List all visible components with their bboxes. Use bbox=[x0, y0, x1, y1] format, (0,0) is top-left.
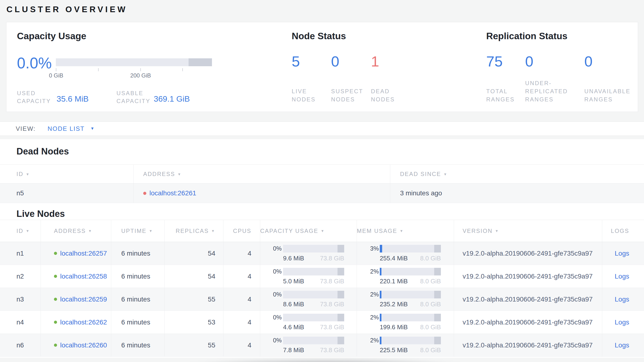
sort-desc-icon: ▼ bbox=[444, 172, 448, 176]
node-address-link[interactable]: localhost:26260 bbox=[60, 341, 107, 349]
live-status-dot bbox=[54, 343, 57, 347]
live-nodes-label: LIVE NODES bbox=[292, 87, 316, 104]
dead-status-dot bbox=[143, 192, 146, 195]
node-uptime: 6 minutes bbox=[111, 311, 164, 333]
node-id: n1 bbox=[0, 242, 40, 265]
col-header-dead-since[interactable]: DEAD SINCE▼ bbox=[390, 165, 644, 184]
used-capacity-label: USED CAPACITY bbox=[17, 89, 53, 105]
capacity-usage-section: Capacity Usage 0.0% 0 GiB 200 GiB USED C… bbox=[17, 22, 284, 112]
node-capacity-usage-cell: 0%8.6 MiB73.8 GiB bbox=[260, 288, 356, 311]
axis-tick bbox=[98, 68, 98, 71]
capacity-percent: 0% bbox=[260, 314, 282, 321]
suspect-nodes-stat: 0 SUSPECT NODES bbox=[331, 53, 339, 104]
view-label: VIEW: bbox=[16, 125, 36, 132]
node-capacity-usage-cell: 0%7.8 MiB73.8 GiB bbox=[260, 334, 356, 356]
memory-bar bbox=[380, 337, 441, 344]
capacity-percent: 0% bbox=[260, 245, 282, 252]
node-capacity-usage-cell: 0%5.0 MiB73.8 GiB bbox=[260, 265, 356, 288]
node-uptime: 6 minutes bbox=[111, 242, 164, 265]
col-header-uptime[interactable]: UPTIME▼ bbox=[111, 220, 164, 242]
node-version: v19.2.0-alpha.20190606-2491-gfe735c9a97 bbox=[454, 242, 602, 265]
memory-percent: 2% bbox=[357, 337, 379, 344]
capacity-total: 73.8 GiB bbox=[320, 323, 344, 331]
total-ranges-stat: 75 TOTAL RANGES bbox=[486, 53, 503, 104]
sort-desc-icon: ▼ bbox=[400, 229, 404, 233]
live-status-dot bbox=[54, 321, 57, 324]
logs-link[interactable]: Logs bbox=[615, 273, 629, 280]
axis-tick bbox=[140, 68, 141, 71]
dead-nodes-stat: 1 DEAD NODES bbox=[371, 53, 379, 104]
under-replicated-stat: 0 UNDER-REPLICATED RANGES bbox=[525, 53, 533, 104]
node-logs-cell: Logs bbox=[602, 265, 644, 288]
node-address-link[interactable]: localhost:26257 bbox=[60, 250, 107, 257]
sort-desc-icon: ▼ bbox=[178, 172, 182, 176]
col-header-address[interactable]: ADDRESS▼ bbox=[134, 165, 390, 184]
live-node-row: n4localhost:262626 minutes5340%4.6 MiB73… bbox=[0, 311, 644, 334]
unavailable-ranges-count: 0 bbox=[584, 53, 592, 70]
col-header-capacity-usage[interactable]: CAPACITY USAGE▼ bbox=[260, 220, 356, 242]
col-header-version[interactable]: VERSION▼ bbox=[454, 220, 602, 242]
node-address-cell: localhost:26260 bbox=[40, 334, 111, 356]
memory-percent: 2% bbox=[357, 291, 379, 298]
memory-bar-group: 2%235.2 MiB8.0 GiB bbox=[357, 291, 454, 308]
capacity-bar bbox=[283, 337, 344, 344]
live-status-dot bbox=[54, 275, 57, 278]
memory-total: 8.0 GiB bbox=[420, 323, 441, 331]
col-header-id[interactable]: ID▼ bbox=[0, 220, 40, 242]
memory-bar bbox=[380, 245, 441, 253]
node-address-cell: localhost:26262 bbox=[40, 311, 111, 333]
node-logs-cell: Logs bbox=[602, 311, 644, 333]
node-logs-cell: Logs bbox=[602, 242, 644, 265]
capacity-total: 73.8 GiB bbox=[320, 301, 344, 308]
axis-tick bbox=[56, 68, 56, 71]
view-selector-dropdown[interactable]: NODE LIST ▼ bbox=[48, 125, 94, 132]
memory-bar bbox=[380, 314, 441, 321]
live-status-dot bbox=[54, 298, 57, 301]
cluster-summary-panel: Capacity Usage 0.0% 0 GiB 200 GiB USED C… bbox=[6, 22, 638, 112]
capacity-bar-group: 0%8.6 MiB73.8 GiB bbox=[260, 291, 356, 308]
node-address-link[interactable]: localhost:26258 bbox=[60, 273, 107, 280]
node-address-link[interactable]: localhost:26262 bbox=[60, 318, 107, 326]
sort-desc-icon: ▼ bbox=[211, 229, 215, 233]
node-address-link[interactable]: localhost:26259 bbox=[60, 295, 107, 303]
memory-bar bbox=[380, 291, 441, 298]
capacity-bar-group: 0%7.8 MiB73.8 GiB bbox=[260, 337, 356, 354]
memory-used: 255.4 MiB bbox=[380, 255, 408, 262]
capacity-bar-group: 0%4.6 MiB73.8 GiB bbox=[260, 314, 356, 331]
memory-used: 220.1 MiB bbox=[380, 278, 408, 285]
live-nodes-table-body: n1localhost:262576 minutes5440%9.6 MiB73… bbox=[0, 242, 644, 357]
page-title: CLUSTER OVERVIEW bbox=[0, 0, 644, 15]
replication-status-title: Replication Status bbox=[486, 31, 568, 41]
node-id: n2 bbox=[0, 265, 40, 288]
node-cpus: 4 bbox=[223, 334, 260, 356]
memory-used: 199.6 MiB bbox=[380, 323, 408, 331]
logs-link[interactable]: Logs bbox=[615, 341, 629, 349]
sort-desc-icon: ▼ bbox=[26, 172, 30, 176]
node-address-cell: localhost:26259 bbox=[40, 288, 111, 311]
memory-bar-group: 2%199.6 MiB8.0 GiB bbox=[357, 314, 454, 331]
capacity-total: 73.8 GiB bbox=[320, 278, 344, 285]
view-selected-value: NODE LIST bbox=[48, 125, 84, 132]
col-header-replicas[interactable]: REPLICAS▼ bbox=[164, 220, 223, 242]
logs-link[interactable]: Logs bbox=[615, 250, 629, 257]
col-header-address[interactable]: ADDRESS▼ bbox=[40, 220, 111, 242]
capacity-bar: 0 GiB 200 GiB bbox=[56, 58, 212, 66]
node-mem-usage-cell: 2%235.2 MiB8.0 GiB bbox=[356, 288, 454, 311]
axis-tick bbox=[182, 68, 183, 71]
col-header-mem-usage[interactable]: MEM USAGE▼ bbox=[356, 220, 454, 242]
live-nodes-stat: 5 LIVE NODES bbox=[292, 53, 300, 104]
col-header-id[interactable]: ID▼ bbox=[0, 165, 134, 184]
logs-link[interactable]: Logs bbox=[615, 318, 629, 326]
dead-node-id: n5 bbox=[0, 184, 134, 203]
node-address-link[interactable]: localhost:26261 bbox=[150, 189, 196, 197]
node-replicas: 53 bbox=[164, 311, 223, 333]
sort-desc-icon: ▼ bbox=[321, 229, 325, 233]
node-replicas: 54 bbox=[164, 242, 223, 265]
under-replicated-count: 0 bbox=[525, 53, 533, 70]
suspect-nodes-label: SUSPECT NODES bbox=[331, 87, 364, 104]
logs-link[interactable]: Logs bbox=[615, 295, 629, 303]
node-cpus: 4 bbox=[223, 265, 260, 288]
capacity-bar-group: 0%5.0 MiB73.8 GiB bbox=[260, 268, 356, 285]
under-replicated-label: UNDER-REPLICATED RANGES bbox=[525, 79, 572, 104]
sort-desc-icon: ▼ bbox=[149, 229, 153, 233]
